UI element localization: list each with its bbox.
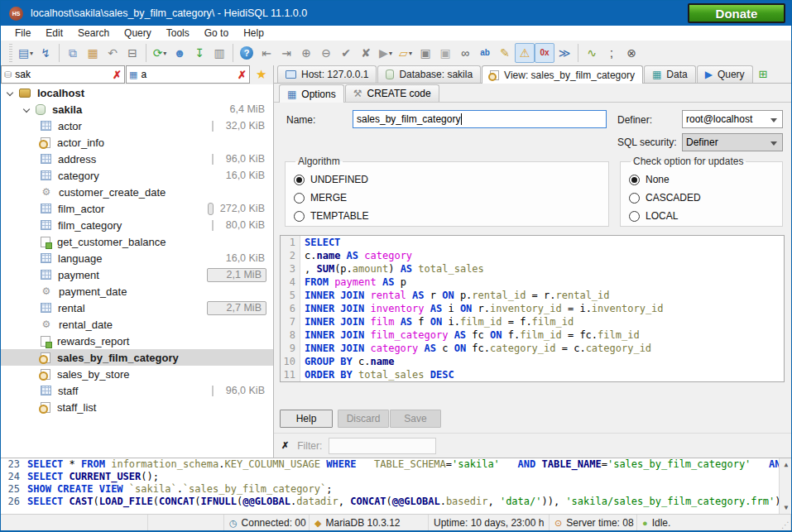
scroll-down-icon[interactable]: ▼ [780, 501, 792, 514]
discard-button[interactable]: Discard [338, 410, 389, 428]
tree-item-customer-create-date[interactable]: ⚙customer_create_date [1, 184, 273, 200]
tree-item-film-category[interactable]: film_category80,0 KiB [1, 217, 273, 233]
print-button[interactable]: ⊟ [122, 43, 142, 63]
tree-item-language[interactable]: language16,0 KiB [1, 250, 273, 266]
save-sql-button[interactable]: ▣ [415, 43, 435, 63]
tree-item-category[interactable]: category16,0 KiB [1, 167, 273, 184]
replace-button[interactable]: ab [475, 43, 495, 63]
filter-input[interactable] [329, 438, 436, 454]
tab-options[interactable]: ▦Options [279, 84, 344, 103]
tab-create-code[interactable]: ⚒CREATE code [345, 84, 439, 102]
session-manager-button[interactable]: ▤▾ [16, 43, 36, 63]
tab-query[interactable]: ▶Query [697, 65, 753, 83]
table-filter-input[interactable] [141, 69, 238, 80]
semicolon-button[interactable]: ; [602, 43, 622, 63]
menu-edit[interactable]: Edit [38, 26, 70, 41]
menu-file[interactable]: File [7, 26, 38, 41]
clear-database-filter-icon[interactable]: ✗ [113, 69, 122, 81]
database-filter-input[interactable] [15, 69, 113, 80]
radio-icon[interactable] [294, 175, 305, 185]
scroll-up-icon[interactable]: ▲ [780, 458, 792, 471]
user-manager-button[interactable]: ☻ [170, 43, 190, 63]
check-option-option-local[interactable]: LOCAL [629, 207, 774, 225]
menu-query[interactable]: Query [117, 26, 159, 41]
menu-tools[interactable]: Tools [159, 26, 197, 41]
tree-item-actor-info[interactable]: actor_info [1, 134, 273, 151]
donate-button[interactable]: Donate [688, 3, 785, 23]
algorithm-option-merge[interactable]: MERGE [294, 189, 600, 207]
hex-literal-toggle[interactable]: 0x [535, 43, 554, 63]
check-option-option-cascaded[interactable]: CASCADED [629, 189, 774, 207]
go-first-button[interactable]: ⇤ [257, 43, 276, 63]
tree-item-get-customer-balance[interactable]: get_customer_balance [1, 233, 273, 250]
cancel-edit-icon: ✘ [361, 47, 371, 59]
table-icon [41, 220, 51, 230]
reformat-sql-button[interactable]: ∿ [582, 43, 602, 63]
algorithm-option-temptable[interactable]: TEMPTABLE [294, 207, 600, 225]
tree-item-actor[interactable]: actor32,0 KiB [1, 117, 273, 134]
help-button[interactable]: Help [280, 410, 333, 428]
tree-item-payment[interactable]: payment2,1 MiB [1, 266, 273, 283]
menu-go-to[interactable]: Go to [197, 26, 236, 41]
tree-item-film-actor[interactable]: film_actor272,0 KiB [1, 200, 273, 217]
tree-item-sales-by-store[interactable]: sales_by_store [1, 366, 273, 382]
menu-search[interactable]: Search [70, 26, 117, 41]
cancel-edit-button[interactable]: ✘ [356, 43, 376, 63]
tree-item-rental[interactable]: rental2,7 MiB [1, 300, 273, 316]
algorithm-option-undefined[interactable]: UNDEFINED [294, 170, 600, 189]
load-sql-file-button[interactable]: ▱▾ [396, 43, 415, 63]
tree-item-rewards-report[interactable]: rewards_report [1, 333, 273, 349]
radio-icon[interactable] [294, 211, 305, 222]
radio-icon[interactable] [629, 211, 640, 222]
menu-help[interactable]: Help [236, 26, 271, 41]
sql-security-dropdown[interactable]: Definer [682, 133, 783, 151]
paste-button[interactable]: ▦ [83, 43, 103, 63]
tree-item-address[interactable]: address96,0 KiB [1, 151, 273, 167]
radio-icon[interactable] [629, 193, 640, 204]
go-last-button[interactable]: ⇥ [276, 43, 296, 63]
save-button[interactable]: Save [390, 410, 441, 428]
clear-table-filter-icon[interactable]: ✗ [238, 69, 247, 81]
tree-item-localhost[interactable]: localhost [1, 84, 273, 101]
tree-item-payment-date[interactable]: ⚙payment_date [1, 283, 273, 300]
chevron-expanded-icon[interactable] [23, 106, 30, 113]
tab-view[interactable]: View: sales_by_film_category [482, 65, 643, 84]
radio-icon[interactable] [294, 193, 305, 204]
help-button[interactable]: ? [237, 43, 257, 63]
tree-item-rental-date[interactable]: ⚙rental_date [1, 316, 273, 333]
highlight-button[interactable]: ✎ [495, 43, 515, 63]
save-snippet-button[interactable]: ▥ [209, 43, 229, 63]
resize-grip[interactable]: ⋰ [781, 520, 790, 530]
tree-item-sales-by-film-category[interactable]: sales_by_film_category [1, 349, 273, 366]
insert-goto-button[interactable]: ≫ [554, 43, 574, 63]
undo-button[interactable]: ↶ [103, 43, 122, 63]
chevron-expanded-icon[interactable] [7, 89, 13, 96]
tree-item-staff-list[interactable]: staff_list [1, 399, 273, 415]
export-database-button[interactable]: ↧ [190, 43, 209, 63]
disconnect-button[interactable]: ↯ [36, 43, 55, 63]
favorites-star-icon[interactable]: ★ [256, 65, 266, 84]
remove-row-button[interactable]: ⊖ [316, 43, 336, 63]
tab-database[interactable]: Database: sakila [377, 65, 481, 83]
refresh-button[interactable]: ⟳▾ [150, 43, 170, 63]
add-row-button[interactable]: ⊕ [296, 43, 316, 63]
stop-button[interactable]: ⊗ [622, 43, 641, 63]
tab-host[interactable]: Host: 127.0.0.1 [277, 65, 377, 83]
apply-edit-button[interactable]: ✔ [336, 43, 356, 63]
close-filter-icon[interactable]: ✗ [281, 440, 289, 451]
view-sql-editor[interactable]: 1SELECT2c.name AS category3, SUM(p.amoun… [280, 235, 785, 382]
tree-item-staff[interactable]: staff96,0 KiB [1, 382, 273, 399]
view-name-input[interactable]: sales_by_film_category [353, 110, 607, 128]
definer-dropdown[interactable]: root@localhost [682, 110, 783, 128]
warn-highlight-toggle[interactable]: ⚠ [515, 43, 535, 63]
run-query-button[interactable]: ▶▾ [376, 43, 396, 63]
copy-button[interactable]: ⧉ [63, 43, 83, 63]
log-scrollbar[interactable]: ▲ ▼ [779, 458, 792, 514]
tab-data[interactable]: ▦Data [644, 65, 696, 83]
check-option-option-none[interactable]: None [629, 170, 774, 189]
radio-icon[interactable] [629, 175, 640, 185]
tree-item-sakila[interactable]: sakila6,4 MiB [1, 101, 273, 117]
new-query-tab-icon[interactable]: ⊞ [759, 68, 768, 80]
find-button[interactable]: ∞ [455, 43, 475, 63]
save-sql-as-button[interactable]: ▣ [435, 43, 455, 63]
